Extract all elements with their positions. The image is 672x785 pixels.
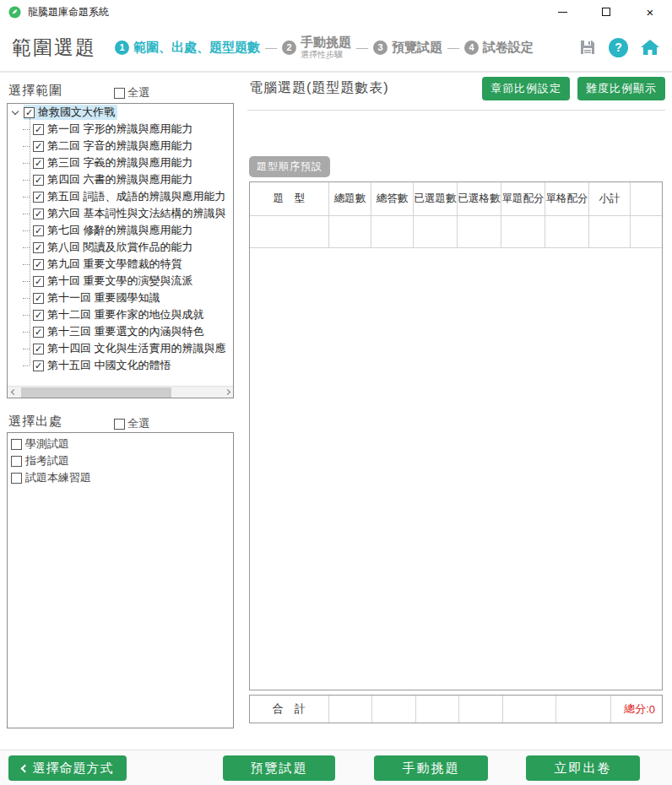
step-separator: —	[356, 41, 368, 54]
tree-item-label: 第四回 六書的辨識與應用能力	[47, 172, 193, 187]
difficulty-ratio-button[interactable]: 難度比例顯示	[577, 77, 665, 100]
totals-cell-empty	[416, 696, 459, 723]
tree-item[interactable]: 第十三回 重要選文的內涵與特色	[8, 323, 233, 340]
source-select-all-label: 全選	[127, 416, 149, 431]
tree-item-label: 第二回 字音的辨識與應用能力	[47, 138, 193, 154]
tree-item-checkbox[interactable]	[33, 124, 44, 135]
source-item[interactable]: 指考試題	[8, 452, 233, 469]
source-item-label: 指考試題	[25, 453, 69, 468]
tree-item-checkbox[interactable]	[33, 293, 44, 304]
step-4-badge: 4	[464, 41, 479, 55]
tree-item-label: 第十回 重要文學的演變與流派	[47, 273, 193, 289]
page-title: 範圍選題	[12, 35, 96, 61]
chevron-down-icon[interactable]	[12, 107, 19, 114]
back-to-method-button[interactable]: 選擇命題方式	[8, 755, 127, 781]
source-item[interactable]: 試題本練習題	[8, 469, 233, 486]
tree-item-checkbox[interactable]	[33, 259, 44, 270]
tree-item-checkbox[interactable]	[33, 192, 44, 203]
question-order-preset-button[interactable]: 題型順序預設	[249, 156, 330, 177]
range-select-all-checkbox[interactable]	[114, 88, 125, 99]
tree-item[interactable]: 第五回 詞語、成語的辨識與應用能力	[8, 188, 233, 205]
source-item[interactable]: 學測試題	[8, 436, 233, 452]
step-4-label: 試卷設定	[483, 40, 534, 56]
wizard-steps: 1 範圍、出處、題型題數 — 2 手動挑題 選擇性步驟 — 3 預覽試題 — 4…	[115, 35, 570, 59]
tree-root-label: 搶救國文大作戰	[38, 105, 115, 120]
tree-item[interactable]: 第十五回 中國文化的體悟	[8, 357, 233, 374]
panel-divider	[247, 110, 665, 111]
table-header-row: 題 型 總題數 總答數 已選題數 已選格數 單題配分 單格配分 小計	[250, 182, 662, 216]
tree-item-checkbox[interactable]	[33, 175, 44, 186]
source-item-checkbox[interactable]	[11, 473, 22, 484]
tree-item-checkbox[interactable]	[33, 158, 44, 169]
table-header-cell: 單格配分	[545, 182, 589, 216]
chevron-left-icon	[10, 389, 16, 395]
tree-item[interactable]: 第一回 字形的辨識與應用能力	[8, 121, 233, 138]
save-button[interactable]	[578, 38, 597, 57]
tree-item-checkbox[interactable]	[33, 276, 44, 287]
tree-item-label: 第八回 閱讀及欣賞作品的能力	[47, 240, 193, 255]
step-1-range[interactable]: 1 範圍、出處、題型題數	[115, 40, 260, 56]
step-separator: —	[447, 41, 459, 54]
table-header-cell	[631, 182, 662, 216]
app-window: 龍騰題庫命題系統 × 範圍選題 1 範圍、出處、題型題數 — 2 手動挑題 選擇…	[0, 0, 672, 785]
chapter-ratio-button[interactable]: 章節比例設定	[482, 77, 570, 100]
question-type-table: 題 型 總題數 總答數 已選題數 已選格數 單題配分 單格配分 小計	[249, 181, 663, 690]
tree-item-checkbox[interactable]	[33, 242, 44, 253]
maximize-button[interactable]	[584, 0, 628, 24]
source-select-all[interactable]: 全選	[114, 416, 149, 431]
range-select-all-label: 全選	[127, 85, 149, 100]
tree-item[interactable]: 第十二回 重要作家的地位與成就	[8, 306, 233, 323]
manual-pick-button[interactable]: 手動挑題	[374, 755, 488, 781]
range-panel-title: 選擇範圍	[8, 83, 62, 99]
home-button[interactable]	[640, 38, 660, 57]
tree-item-checkbox[interactable]	[33, 360, 44, 371]
tree-item-checkbox[interactable]	[33, 141, 44, 152]
range-select-all[interactable]: 全選	[114, 85, 149, 100]
app-logo-icon	[8, 6, 21, 19]
source-item-checkbox[interactable]	[11, 439, 22, 450]
source-panel-title: 選擇出處	[8, 414, 62, 430]
tree-item[interactable]: 第八回 閱讀及欣賞作品的能力	[8, 239, 233, 256]
source-select-all-checkbox[interactable]	[114, 419, 125, 430]
home-icon	[640, 38, 660, 57]
page-header: 範圍選題 1 範圍、出處、題型題數 — 2 手動挑題 選擇性步驟 — 3 預覽試…	[0, 24, 672, 73]
tree-item[interactable]: 第六回 基本詞性與文法結構的辨識與	[8, 205, 233, 222]
tree-root-checkbox[interactable]	[24, 107, 35, 118]
tree-item-checkbox[interactable]	[33, 208, 44, 219]
minimize-button[interactable]	[540, 0, 584, 24]
step-4-paper-settings[interactable]: 4 試卷設定	[464, 40, 534, 56]
tree-item-checkbox[interactable]	[33, 344, 44, 355]
scrollbar-track[interactable]	[19, 387, 221, 398]
source-item-checkbox[interactable]	[11, 456, 22, 467]
help-button[interactable]: ?	[609, 38, 628, 57]
step-3-preview[interactable]: 3 預覽試題	[373, 40, 442, 56]
tree-item[interactable]: 第二回 字音的辨識與應用能力	[8, 138, 233, 154]
tree-root-chapter[interactable]: 搶救國文大作戰	[8, 104, 233, 121]
tree-item-checkbox[interactable]	[33, 327, 44, 338]
tree-item[interactable]: 第十四回 文化與生活實用的辨識與應	[8, 340, 233, 357]
source-list-box: 學測試題 指考試題 試題本練習題	[7, 432, 234, 728]
tree-item[interactable]: 第三回 字義的辨識與應用能力	[8, 154, 233, 171]
close-button[interactable]: ×	[628, 0, 672, 24]
tree-item-checkbox[interactable]	[33, 310, 44, 321]
chevron-left-icon	[20, 764, 29, 772]
horizontal-scrollbar[interactable]	[8, 386, 233, 398]
tree-item[interactable]: 第十回 重要文學的演變與流派	[8, 273, 233, 290]
step-1-badge: 1	[115, 41, 129, 55]
generate-paper-button[interactable]: 立即出卷	[526, 755, 640, 781]
tree-item[interactable]: 第九回 重要文學體裁的特質	[8, 256, 233, 273]
tree-item[interactable]: 第十一回 重要國學知識	[8, 290, 233, 306]
step-separator: —	[265, 41, 277, 54]
tree-item[interactable]: 第四回 六書的辨識與應用能力	[8, 171, 233, 188]
total-score-value: 0	[649, 703, 655, 716]
range-tree-box: 搶救國文大作戰 第一回 字形的辨識與應用能力 第二回 字音的辨識與應用能力	[7, 103, 234, 398]
scroll-left-button[interactable]	[8, 387, 19, 398]
scroll-right-button[interactable]	[221, 387, 233, 398]
preview-questions-button[interactable]: 預覽試題	[223, 755, 335, 781]
source-item-label: 學測試題	[25, 436, 69, 452]
scrollbar-thumb[interactable]	[21, 387, 171, 398]
step-2-badge: 2	[282, 41, 296, 55]
tree-item[interactable]: 第七回 修辭的辨識與應用能力	[8, 222, 233, 239]
tree-item-checkbox[interactable]	[33, 225, 44, 236]
step-2-manual-pick[interactable]: 2 手動挑題 選擇性步驟	[282, 35, 351, 59]
